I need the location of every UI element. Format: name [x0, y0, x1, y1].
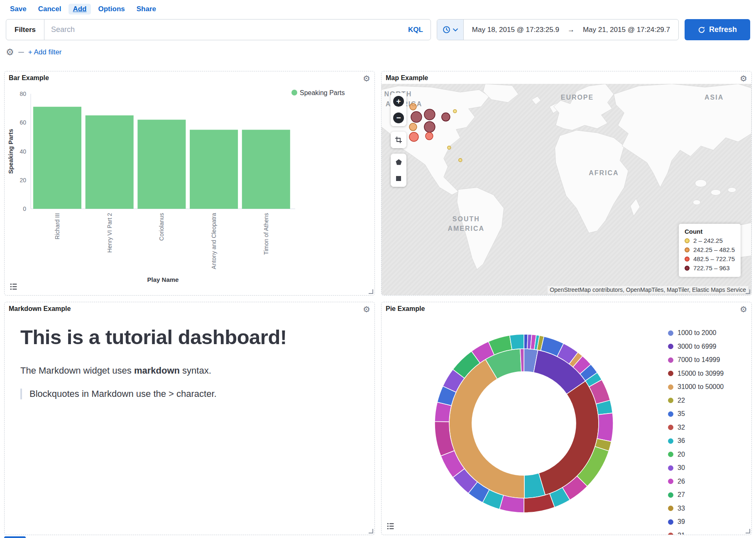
- map-attribution[interactable]: OpenStreetMap contributors, OpenMapTiles…: [548, 286, 748, 293]
- panel-gear-button[interactable]: ⚙: [363, 305, 370, 313]
- resize-handle[interactable]: [746, 529, 750, 533]
- bar-henry-vi-part-2[interactable]: [86, 115, 134, 209]
- pie-outer-segment[interactable]: [597, 413, 613, 442]
- date-picker: May 18, 2015 @ 17:23:25.9 → May 21, 2015…: [437, 19, 679, 40]
- kql-selector[interactable]: KQL: [401, 26, 431, 34]
- list-icon: [387, 522, 395, 530]
- gear-icon: ⚙: [740, 74, 747, 83]
- map-data-point[interactable]: [448, 146, 451, 149]
- map-region-label: AMERICA: [448, 225, 485, 232]
- pie-legend-item[interactable]: 30: [668, 464, 724, 472]
- dashboard-grid: Bar Example ⚙ 020406080Richard IIIHenry …: [0, 61, 756, 535]
- svg-text:Play Name: Play Name: [147, 276, 179, 283]
- map-data-point[interactable]: [409, 123, 417, 131]
- pie-outer-segment[interactable]: [510, 334, 524, 350]
- pie-legend-item[interactable]: 35: [668, 410, 724, 418]
- map-legend-item: 242.25 – 482.5: [685, 246, 735, 253]
- bar-richard-iii[interactable]: [33, 107, 81, 209]
- clipped-panel-fragment: [4, 536, 26, 538]
- bar-antony-and-cleopatra[interactable]: [190, 130, 238, 209]
- pie-outer-segment[interactable]: [499, 495, 524, 513]
- date-from[interactable]: May 18, 2015 @ 17:23:25.9: [464, 26, 568, 34]
- date-to[interactable]: May 21, 2015 @ 17:24:29.7: [575, 26, 678, 34]
- map-data-point[interactable]: [459, 159, 462, 162]
- x-tick-label: Henry VI Part 2: [106, 213, 113, 253]
- pie-legend-item[interactable]: 1000 to 2000: [668, 329, 724, 337]
- pie-legend-item[interactable]: 20: [668, 450, 724, 459]
- map-data-point[interactable]: [410, 103, 416, 110]
- resize-handle[interactable]: [369, 529, 373, 533]
- legend-dot: [668, 384, 673, 390]
- top-link-options[interactable]: Options: [94, 4, 129, 15]
- legend-label: 31000 to 50000: [678, 383, 724, 391]
- search-input[interactable]: [44, 25, 401, 34]
- markdown-heading: This is a tutorial dashboard!: [20, 325, 359, 349]
- quick-date-button[interactable]: [437, 20, 464, 40]
- add-filter-link[interactable]: + Add filter: [28, 48, 62, 56]
- legend-toggle-button[interactable]: [386, 521, 396, 531]
- pie-legend-item[interactable]: 22: [668, 396, 724, 405]
- bar-timon-of-athens[interactable]: [242, 130, 290, 209]
- refresh-icon: [698, 26, 705, 34]
- pie-legend-item[interactable]: 33: [668, 504, 724, 513]
- panel-markdown: Markdown Example ⚙ This is a tutorial da…: [4, 302, 375, 535]
- pie-legend-item[interactable]: 36: [668, 437, 724, 445]
- pie-legend-item[interactable]: 26: [668, 477, 724, 486]
- svg-text:0: 0: [23, 205, 26, 212]
- map-region-label: AFRICA: [589, 169, 619, 176]
- map-polygon-tool-button[interactable]: [391, 154, 406, 170]
- legend-dot: [668, 533, 673, 535]
- legend-toggle-button[interactable]: [9, 281, 19, 292]
- refresh-button[interactable]: Refresh: [685, 19, 750, 40]
- pie-legend-item[interactable]: 15000 to 30999: [668, 369, 724, 378]
- pie-legend-item[interactable]: 21: [668, 531, 724, 536]
- series-legend-label[interactable]: Speaking Parts: [300, 89, 345, 96]
- polygon-icon: [395, 159, 402, 166]
- map-region-label: EUROPE: [561, 94, 594, 101]
- map-zoom-in-button[interactable]: +: [391, 93, 406, 110]
- legend-dot: [291, 90, 297, 95]
- plus-icon: +: [393, 96, 404, 107]
- panel-gear-button[interactable]: ⚙: [740, 305, 747, 313]
- map-data-point[interactable]: [424, 122, 435, 132]
- resize-handle[interactable]: [369, 289, 373, 294]
- chevron-down-icon: [453, 28, 458, 32]
- markdown-blockquote: Blockquotes in Markdown use the > charac…: [20, 389, 359, 399]
- pie-legend-item[interactable]: 3000 to 6999: [668, 342, 724, 351]
- legend-dot: [668, 506, 673, 511]
- pie-legend-item[interactable]: 7000 to 14999: [668, 356, 724, 364]
- top-link-share[interactable]: Share: [132, 4, 160, 15]
- map-data-point[interactable]: [426, 132, 433, 140]
- map-controls: + −: [391, 93, 406, 192]
- pie-legend-item[interactable]: 39: [668, 518, 724, 526]
- top-link-add[interactable]: Add: [69, 4, 91, 15]
- panel-gear-button[interactable]: ⚙: [363, 74, 370, 83]
- rectangle-icon: [396, 176, 401, 181]
- map-data-point[interactable]: [453, 110, 457, 113]
- map-data-point[interactable]: [424, 109, 435, 120]
- legend-label: 242.25 – 482.5: [693, 246, 735, 253]
- map-data-point[interactable]: [442, 113, 450, 121]
- top-link-save[interactable]: Save: [6, 4, 31, 15]
- top-link-cancel[interactable]: Cancel: [34, 4, 66, 15]
- legend-label: 7000 to 14999: [678, 356, 720, 364]
- map-crop-button[interactable]: [391, 132, 406, 148]
- pie-legend-item[interactable]: 31000 to 50000: [668, 383, 724, 391]
- filter-settings-button[interactable]: ⚙: [6, 48, 14, 57]
- legend-dot: [668, 330, 673, 336]
- map-zoom-out-button[interactable]: −: [391, 110, 406, 126]
- resize-handle[interactable]: [746, 289, 750, 294]
- add-filter-row: ⚙ + Add filter: [0, 43, 756, 61]
- x-tick-label: Antony and Cleopatra: [210, 213, 217, 269]
- panel-gear-button[interactable]: ⚙: [740, 74, 747, 83]
- pie-legend-item[interactable]: 32: [668, 423, 724, 432]
- panel-map: Map Example ⚙ NORTHAMERICAEUROPEASIAAFRI…: [381, 71, 752, 296]
- gear-icon: ⚙: [363, 74, 370, 83]
- bar-coriolanus[interactable]: [137, 120, 186, 209]
- map-data-point[interactable]: [409, 132, 418, 142]
- panel-title-markdown: Markdown Example: [9, 305, 71, 313]
- pie-legend-item[interactable]: 27: [668, 491, 724, 499]
- map-data-point[interactable]: [411, 112, 422, 122]
- map-rectangle-tool-button[interactable]: [391, 170, 406, 187]
- legend-label: 2 – 242.25: [693, 237, 723, 244]
